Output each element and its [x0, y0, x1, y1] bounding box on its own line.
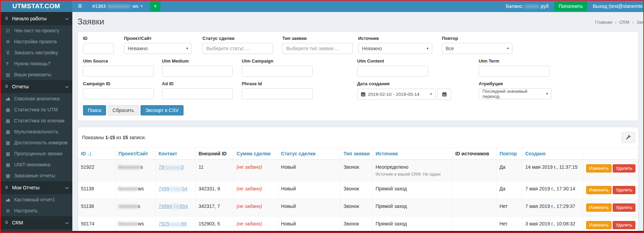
sidebar-toggle-button[interactable]: ≡ [72, 0, 87, 12]
export-csv-button[interactable]: Экспорт в CSV [141, 105, 184, 115]
utm-content-input[interactable] [357, 66, 428, 77]
results-panel: Показаны 1-15 из 15 записи. ID↓19 Проект… [77, 127, 639, 233]
cell-project: xxxxxxxxs [115, 199, 155, 217]
sidebar-item-checklist[interactable]: ☑ Чек-лист по проекту [0, 25, 72, 36]
topup-button[interactable]: Пополнить [554, 1, 587, 11]
date-range-input[interactable]: 2019-02-10 - 2019-05-14 ▾ [357, 89, 436, 100]
sidebar-item-multichannel[interactable]: ▦ Мультиканальность [0, 126, 72, 137]
sidebar-item-missed-calls[interactable]: ▦ Пропущенные звонки [0, 148, 72, 159]
cell-created: 7 мая 2019 г., 17:29:37 [522, 199, 583, 217]
phone-link[interactable]: 791xxxxxx3 [158, 164, 184, 170]
project-selector[interactable]: #1383 bxxxxxxxx ws ▾ [87, 0, 147, 12]
cell-project: bxxxxxxxxs [115, 160, 155, 181]
project-suffix: s [138, 203, 140, 209]
cell-source-ids [452, 217, 496, 233]
campaign-id-input[interactable] [83, 88, 154, 99]
id-input[interactable] [83, 43, 114, 54]
table-settings-button[interactable] [622, 132, 635, 143]
sidebar-section-crm[interactable]: ⠿ CRM [0, 216, 72, 229]
filter-row-3: Campaign ID Ad ID Phrase Id Дата создани… [83, 81, 633, 100]
sidebar-section-getting-started[interactable]: ⠿ Начало работы [0, 12, 72, 25]
breadcrumb-crm[interactable]: CRM [619, 20, 630, 25]
column-label: Внешний ID [198, 151, 227, 156]
sidebar-item-keyword-stats[interactable]: ▦ Статистика по ключам [0, 115, 72, 126]
filter-id: ID [83, 36, 124, 54]
search-button[interactable]: Поиск [83, 105, 106, 115]
column-header-repeat[interactable]: Повтор [497, 148, 522, 160]
phone-suffix: 3 [181, 164, 184, 170]
deal-status-input[interactable] [202, 43, 273, 54]
cell-source-ids [452, 160, 496, 181]
source-note: Источник в вашей CRM: Не задан [375, 172, 449, 177]
delete-button[interactable]: Удалить [613, 203, 635, 212]
sidebar-item-unit-economics[interactable]: ▦ UNIT-экономика [0, 159, 72, 170]
logout-link[interactable]: Выход (test@stanemte. [593, 3, 644, 9]
sidebar-item-need-help[interactable]: ? Нужна помощь? [0, 58, 72, 69]
sidebar-item-requisites[interactable]: ▤ Ваши реквизиты [0, 69, 72, 80]
edit-button[interactable]: Изменить [586, 164, 612, 173]
column-header-deal-sum[interactable]: Сумма сделки [233, 148, 278, 160]
utm-term-input[interactable] [479, 66, 550, 77]
cell-contact: 791xxxxxx3 [156, 160, 196, 181]
caret-down-icon: ▾ [430, 92, 432, 96]
utm-medium-input[interactable] [162, 66, 233, 77]
column-header-request-type[interactable]: Тип заявки [341, 148, 373, 160]
column-header-source[interactable]: Источник [373, 148, 453, 160]
filter-label: Utm Term [479, 58, 633, 64]
sidebar-item-configure[interactable]: ⚙ Настроить [0, 205, 72, 216]
breadcrumb-home[interactable]: Главная [595, 20, 612, 25]
delete-button[interactable]: Удалить [613, 164, 635, 173]
cell-external-id: 342331, 9 [196, 181, 233, 199]
calendar-picker-button[interactable] [437, 88, 451, 100]
sidebar-item-ordered-reports[interactable]: ▦ Заказаные отчеты [0, 170, 72, 181]
add-project-button[interactable]: + [150, 1, 160, 11]
filter-label: Источник [358, 36, 442, 41]
brand-logo[interactable]: UTMSTAT.COM [0, 0, 72, 12]
filter-label: Статус сделки [202, 36, 282, 41]
edit-button[interactable]: Изменить [586, 186, 612, 194]
sidebar-item-utm-stats[interactable]: ▦ Статистика по UTM [0, 104, 72, 115]
phrase-id-input[interactable] [242, 88, 313, 99]
sidebar-item-label: Кастомный отчет1 [14, 197, 55, 202]
ad-id-input[interactable] [162, 88, 233, 99]
calendar-icon [361, 92, 365, 97]
sidebar-item-numbers-sufficiency[interactable]: ▦ Достаточность номеров [0, 137, 72, 148]
utm-source-input[interactable] [83, 66, 154, 77]
repeat-select[interactable]: Все ▾ [442, 43, 512, 54]
sidebar-item-project-settings[interactable]: ⚙ Настройки проекта [0, 36, 72, 47]
cell-external-id: 152903, 5 [196, 217, 233, 233]
column-header-contact[interactable]: Контакт [156, 148, 196, 160]
attribution-select[interactable]: Последний значимый переход ▾ [479, 88, 552, 99]
filter-row-1: ID Проект/Сайт Неважно ▾ Статус сделки Т… [83, 36, 633, 54]
column-label: Источник [375, 151, 398, 156]
sidebar-item-custom-report[interactable]: Кастомный отчет1 [0, 194, 72, 205]
request-type-input[interactable] [282, 43, 353, 54]
grid-icon: ⠿ [5, 186, 12, 190]
cell-deal-status: Новый [278, 199, 341, 217]
column-label: Проект/Сайт [118, 151, 148, 156]
source-select[interactable]: Неважно ▾ [358, 43, 432, 54]
sidebar-item-analytics[interactable]: Сквозная аналитика [0, 93, 72, 104]
edit-button[interactable]: Изменить [586, 221, 612, 229]
project-suffix: ws [138, 186, 144, 191]
sidebar-section-reports[interactable]: ⠿ Отчеты [0, 80, 72, 93]
cell-source: Прямой заход [373, 199, 453, 217]
column-header-id[interactable]: ID↓19 [78, 148, 116, 160]
column-header-project[interactable]: Проект/Сайт [115, 148, 155, 160]
delete-button[interactable]: Удалить [613, 221, 635, 229]
project-select[interactable]: Неважно ▾ [124, 43, 192, 54]
sidebar-section-my-reports[interactable]: ⠿ Мои Отчеты [0, 181, 72, 194]
delete-button[interactable]: Удалить [613, 186, 635, 194]
reset-button[interactable]: Сбросить [108, 105, 139, 115]
column-header-created[interactable]: Создано [522, 148, 583, 160]
utm-campaign-input[interactable] [242, 66, 313, 77]
sidebar-item-order-setup[interactable]: Заказать настройку [0, 47, 72, 58]
bottom-edge-bar [72, 231, 644, 233]
calendar-icon [442, 92, 447, 97]
phone-link[interactable]: 7499476xx54 [158, 186, 187, 191]
phone-link[interactable]: 74994769654 [158, 203, 188, 209]
phone-link[interactable]: 7925xxxxx88 [158, 221, 187, 226]
edit-button[interactable]: Изменить [586, 203, 612, 212]
column-header-deal-status[interactable]: Статус сделки [278, 148, 341, 160]
breadcrumb: Главная>CRM>Заявки [595, 20, 644, 25]
